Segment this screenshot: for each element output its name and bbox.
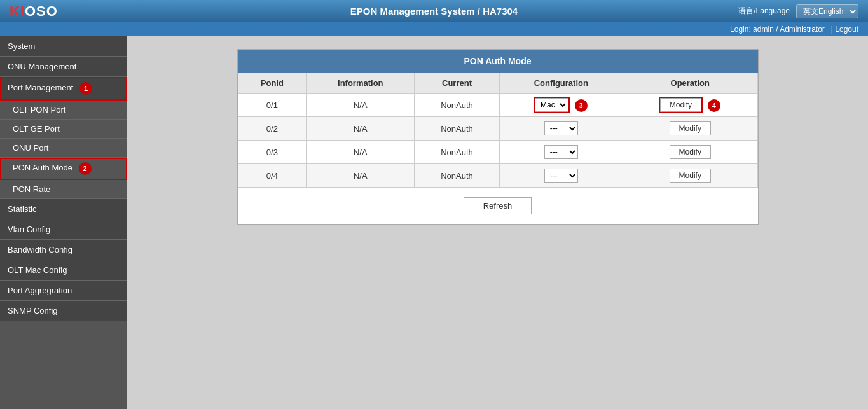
current-cell: NonAuth: [415, 94, 499, 117]
ponid-cell: 0/2: [238, 117, 307, 141]
refresh-button[interactable]: Refresh: [464, 197, 532, 214]
sidebar-item-system[interactable]: System: [0, 36, 127, 57]
sidebar-item-port-aggregation[interactable]: Port Aggregration: [0, 281, 127, 301]
information-cell: N/A: [307, 141, 415, 164]
logout-link[interactable]: | Logout: [831, 25, 858, 34]
config-cell: --- Mac: [499, 164, 623, 188]
operation-cell-row3: Modify: [623, 141, 757, 164]
header-title: EPON Management System / HA7304: [350, 6, 518, 17]
config-select-row4[interactable]: --- Mac: [544, 169, 578, 183]
annotation-1: 1: [79, 82, 92, 95]
sidebar-item-olt-ge-port[interactable]: OLT GE Port: [0, 120, 127, 139]
config-select-row2[interactable]: --- Mac: [544, 121, 578, 135]
col-operation: Operation: [623, 73, 757, 94]
table-row: 0/1 N/A NonAuth Mac --- 3 Modify: [238, 94, 757, 117]
annotation-4: 4: [708, 99, 720, 112]
annotation-2: 2: [79, 162, 92, 175]
ponid-cell: 0/4: [238, 164, 307, 188]
current-cell: NonAuth: [415, 141, 499, 164]
config-select-row1[interactable]: Mac ---: [535, 98, 568, 112]
operation-cell-row2: Modify: [623, 117, 757, 141]
login-info: Login: admin / Administrator: [730, 25, 825, 34]
col-ponid: PonId: [238, 73, 307, 94]
modify-button-row1[interactable]: Modify: [660, 98, 701, 112]
sidebar: System ONU Management Port Management 1 …: [0, 36, 127, 409]
pon-auth-mode-table: PonId Information Current Configuration …: [238, 73, 758, 188]
modify-button-row2[interactable]: Modify: [670, 121, 711, 135]
config-cell: --- Mac: [499, 117, 623, 141]
col-current: Current: [415, 73, 499, 94]
sidebar-item-port-management[interactable]: Port Management 1: [0, 77, 127, 101]
content-area: PON Auth Mode PonId Information Current …: [127, 36, 868, 409]
information-cell: N/A: [307, 164, 415, 188]
sidebar-item-olt-mac-config[interactable]: OLT Mac Config: [0, 260, 127, 281]
header-top: KIOSO EPON Management System / HA7304 语言…: [0, 0, 868, 22]
information-cell: N/A: [307, 117, 415, 141]
table-row: 0/2 N/A NonAuth --- Mac Modify: [238, 117, 757, 141]
logo-text: KIOSO: [10, 3, 58, 20]
sidebar-item-onu-management[interactable]: ONU Management: [0, 57, 127, 77]
sidebar-item-olt-pon-port[interactable]: OLT PON Port: [0, 101, 127, 120]
modify-button-row3[interactable]: Modify: [670, 145, 711, 159]
logo: KIOSO: [10, 3, 58, 20]
sidebar-item-onu-port[interactable]: ONU Port: [0, 139, 127, 158]
config-select-row3[interactable]: --- Mac: [544, 145, 578, 159]
col-information: Information: [307, 73, 415, 94]
ponid-cell: 0/3: [238, 141, 307, 164]
sidebar-item-vlan-config[interactable]: Vlan Config: [0, 219, 127, 240]
table-row: 0/3 N/A NonAuth --- Mac Modify: [238, 141, 757, 164]
ponid-cell: 0/1: [238, 94, 307, 117]
language-selector[interactable]: 英文English: [796, 4, 858, 18]
header-bottom: Login: admin / Administrator | Logout: [0, 22, 868, 36]
operation-cell-row4: Modify: [623, 164, 757, 188]
sidebar-item-pon-rate[interactable]: PON Rate: [0, 180, 127, 199]
main-layout: System ONU Management Port Management 1 …: [0, 36, 868, 409]
annotation-3: 3: [575, 99, 588, 112]
sidebar-item-snmp-config[interactable]: SNMP Config: [0, 301, 127, 321]
table-row: 0/4 N/A NonAuth --- Mac Modify: [238, 164, 757, 188]
operation-cell-row1: Modify 4: [623, 94, 757, 117]
current-cell: NonAuth: [415, 164, 499, 188]
modify-button-row4[interactable]: Modify: [670, 169, 711, 183]
config-cell: --- Mac: [499, 141, 623, 164]
pon-auth-mode-table-container: PON Auth Mode PonId Information Current …: [237, 49, 759, 225]
refresh-area: Refresh: [238, 188, 758, 224]
language-label: 语言/Language: [738, 6, 790, 17]
table-title: PON Auth Mode: [238, 50, 758, 73]
col-configuration: Configuration: [499, 73, 623, 94]
current-cell: NonAuth: [415, 117, 499, 141]
config-cell: Mac --- 3: [499, 94, 623, 117]
sidebar-item-pon-auth-mode[interactable]: PON Auth Mode 2: [0, 158, 127, 180]
sidebar-item-statistic[interactable]: Statistic: [0, 199, 127, 219]
information-cell: N/A: [307, 94, 415, 117]
header-right: 语言/Language 英文English: [738, 4, 858, 18]
sidebar-item-bandwidth-config[interactable]: Bandwidth Config: [0, 240, 127, 260]
